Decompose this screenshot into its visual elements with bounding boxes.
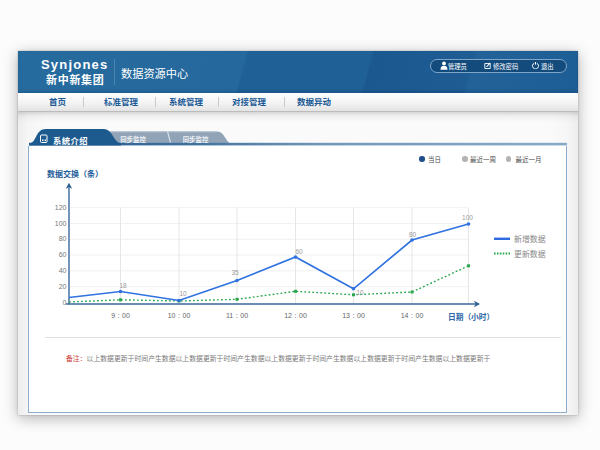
- svg-text:13：00: 13：00: [342, 312, 365, 319]
- svg-text:100: 100: [55, 220, 67, 227]
- svg-text:9：00: 9：00: [111, 312, 130, 319]
- svg-text:80: 80: [59, 235, 67, 242]
- svg-text:18: 18: [119, 282, 127, 289]
- svg-text:0: 0: [63, 299, 67, 306]
- svg-text:35: 35: [231, 269, 239, 276]
- svg-text:更新数据: 更新数据: [514, 249, 546, 259]
- svg-text:新增数据: 新增数据: [514, 234, 546, 244]
- svg-text:10: 10: [356, 289, 364, 296]
- svg-text:80: 80: [409, 231, 417, 238]
- svg-text:20: 20: [59, 283, 67, 290]
- svg-text:11：00: 11：00: [226, 312, 248, 319]
- svg-text:120: 120: [55, 204, 67, 211]
- svg-text:100: 100: [462, 214, 473, 221]
- svg-text:60: 60: [59, 251, 67, 258]
- svg-text:10: 10: [179, 290, 187, 297]
- svg-text:12：00: 12：00: [284, 312, 307, 319]
- svg-text:60: 60: [295, 248, 303, 255]
- svg-text:40: 40: [59, 267, 67, 274]
- svg-text:10：00: 10：00: [168, 312, 191, 319]
- svg-text:14：00: 14：00: [401, 312, 424, 319]
